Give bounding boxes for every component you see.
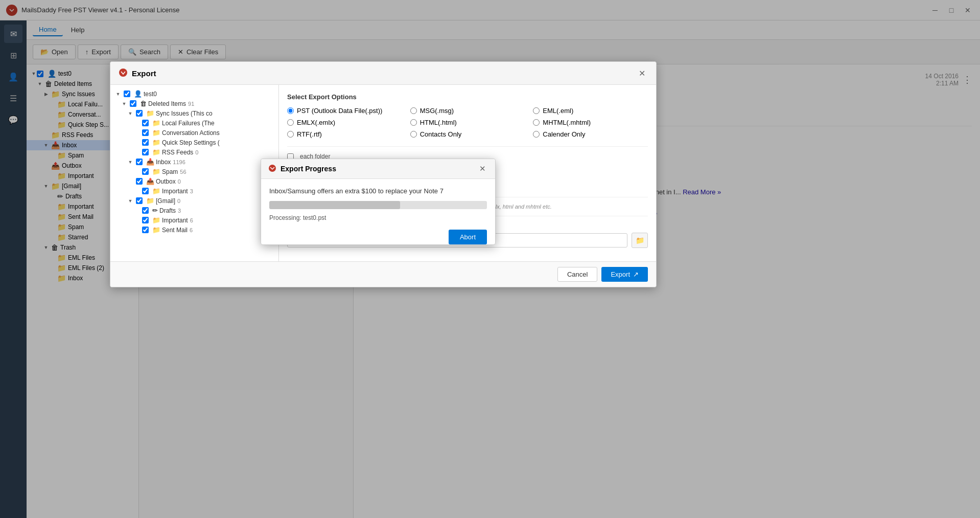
dtree-inbox[interactable]: ▼ 📥 Inbox 1196 [114, 157, 274, 167]
format-calendar[interactable]: Calender Only [533, 130, 648, 138]
folder-browse-icon: 📁 [636, 236, 644, 244]
dtree-checkbox[interactable] [136, 159, 143, 165]
dtree-sync[interactable]: ▼ 📁 Sync Issues (This co [114, 108, 274, 118]
progress-body: Inbox/Samsung offers an extra $100 to re… [261, 179, 495, 238]
dtree-test0[interactable]: ▼ 👤 test0 [114, 89, 274, 99]
dtree-checkbox[interactable] [142, 207, 149, 214]
dtree-checkbox[interactable] [142, 227, 149, 233]
progress-header: Export Progress ✕ [261, 159, 495, 179]
dtree-checkbox[interactable] [142, 139, 149, 146]
export-action-button[interactable]: Export ↗ [601, 267, 648, 282]
format-eml[interactable]: EML(.eml) [533, 107, 648, 115]
dtree-outbox[interactable]: 📤 Outbox 0 [114, 176, 274, 186]
dtree-checkbox[interactable] [142, 120, 149, 126]
format-emlx[interactable]: EMLX(.emlx) [287, 119, 402, 126]
cancel-button[interactable]: Cancel [557, 267, 597, 282]
abort-button[interactable]: Abort [449, 230, 487, 244]
dtree-checkbox[interactable] [142, 149, 149, 155]
dialog-title: Export [119, 68, 156, 79]
progress-bar-fill [269, 201, 400, 209]
dtree-qs[interactable]: 📁 Quick Step Settings ( [114, 138, 274, 147]
dtree-checkbox[interactable] [136, 197, 143, 204]
export-dialog-close[interactable]: ✕ [636, 67, 648, 79]
dtree-gmail[interactable]: ▼ 📁 [Gmail] 0 [114, 196, 274, 206]
section-title: Select Export Options [287, 93, 648, 101]
dtree-checkbox[interactable] [136, 178, 143, 185]
dtree-deleted[interactable]: ▼ 🗑 Deleted Items 91 [114, 99, 274, 108]
svg-point-1 [119, 69, 127, 77]
dtree-checkbox[interactable] [142, 129, 149, 136]
dtree-conv[interactable]: 📁 Conversation Actions [114, 128, 274, 138]
dtree-checkbox[interactable] [136, 110, 143, 117]
progress-close-button[interactable]: ✕ [477, 163, 488, 174]
format-mhtml[interactable]: MHTML(.mhtml) [533, 119, 648, 126]
dtree-spam[interactable]: 📁 Spam 56 [114, 167, 274, 176]
export-logo [119, 68, 128, 79]
divider [287, 146, 648, 147]
dtree-drafts[interactable]: ✏ Drafts 3 [114, 206, 274, 215]
dtree-checkbox[interactable] [142, 188, 149, 194]
browse-button[interactable]: 📁 [632, 233, 648, 248]
dtree-important2[interactable]: 📁 Important 6 [114, 215, 274, 225]
svg-point-2 [269, 165, 276, 172]
progress-title: Export Progress [268, 164, 336, 174]
format-contacts[interactable]: Contacts Only [410, 130, 525, 138]
progress-bar-bg [269, 201, 487, 209]
format-msg[interactable]: MSG(.msg) [410, 107, 525, 115]
progress-status: Processing: test0.pst [269, 214, 487, 221]
format-grid: PST (Outlook Data File(.pst)) MSG(.msg) … [287, 107, 648, 138]
dtree-local[interactable]: 📁 Local Failures (The [114, 118, 274, 128]
progress-dialog: Export Progress ✕ Inbox/Samsung offers a… [261, 159, 496, 245]
dtree-checkbox[interactable] [142, 217, 149, 223]
export-arrow-icon: ↗ [633, 271, 639, 278]
dtree-checkbox[interactable] [130, 100, 136, 107]
dtree-sent[interactable]: 📁 Sent Mail 6 [114, 225, 274, 235]
dtree-checkbox[interactable] [124, 91, 130, 97]
dialog-tree: ▼ 👤 test0 ▼ 🗑 Deleted Items 91 ▼ 📁 Sync … [110, 85, 279, 261]
dtree-checkbox[interactable] [142, 168, 149, 175]
dialog-header: Export ✕ [110, 62, 656, 85]
progress-message: Inbox/Samsung offers an extra $100 to re… [269, 187, 487, 195]
dialog-footer: Cancel Export ↗ [110, 261, 656, 287]
progress-logo [268, 164, 276, 174]
format-html[interactable]: HTML(.html) [410, 119, 525, 126]
dtree-rss[interactable]: 📁 RSS Feeds 0 [114, 147, 274, 157]
dtree-important[interactable]: 📁 Important 3 [114, 186, 274, 196]
format-pst[interactable]: PST (Outlook Data File(.pst)) [287, 107, 402, 115]
format-rtf[interactable]: RTF(.rtf) [287, 130, 402, 138]
